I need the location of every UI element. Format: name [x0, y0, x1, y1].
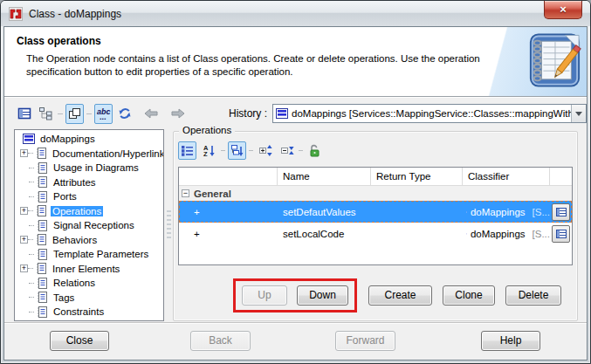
tree-item-label: Constraints: [52, 306, 106, 317]
name-cell: setLocalCode: [278, 223, 371, 244]
classifier-cell: doMappings [S...: [463, 223, 550, 244]
toolbar-separator: [58, 113, 63, 114]
tree-item-inner-elements[interactable]: + Inner Elements: [17, 262, 163, 277]
return-type-cell: [371, 223, 463, 244]
return-type-cell: [371, 201, 463, 223]
operations-panel: Operations: [173, 131, 578, 321]
tree-item-documentation[interactable]: + Documentation/Hyperlinks: [17, 147, 163, 161]
collapse-all-icon[interactable]: [278, 141, 296, 160]
svg-text:...: ...: [100, 113, 107, 120]
back-button[interactable]: Back: [190, 331, 251, 351]
specification-button[interactable]: [552, 225, 570, 243]
expander-icon[interactable]: +: [20, 149, 28, 157]
document-icon: [36, 277, 48, 290]
notebook-pencil-icon: [527, 31, 581, 90]
group-title: Operations: [179, 125, 235, 135]
history-label: History :: [229, 107, 267, 120]
class-icon: [466, 207, 467, 217]
visibility-cell: +: [179, 201, 278, 223]
dialog-window: Class - doMappings ×: [0, 0, 591, 364]
document-icon: [35, 262, 47, 275]
document-icon: [36, 219, 48, 232]
document-icon: [35, 147, 47, 160]
column-header-classifier: Classifier: [463, 168, 550, 186]
unlocked-icon[interactable]: [306, 141, 324, 160]
tree-item-behaviors[interactable]: + Behaviors: [17, 233, 163, 248]
containment-tree-icon[interactable]: [37, 104, 55, 124]
classifier-detail: [S...: [533, 229, 550, 239]
down-button[interactable]: Down: [297, 285, 348, 306]
close-button[interactable]: ×: [544, 1, 582, 19]
annotation-highlight: Up Down: [233, 278, 357, 312]
tree-item-tags[interactable]: Tags: [17, 291, 163, 306]
expander-icon[interactable]: +: [20, 207, 28, 215]
expand-all-icon[interactable]: [256, 141, 274, 160]
tree-item-template-parameters[interactable]: Template Parameters: [17, 247, 163, 262]
document-icon: [36, 291, 48, 304]
table-row[interactable]: + setDefautValues doMappings [S...: [179, 201, 572, 223]
columns-icon[interactable]: [178, 141, 196, 160]
expander-icon[interactable]: +: [20, 264, 28, 272]
help-button[interactable]: Help: [481, 331, 540, 351]
name-cell: setDefautValues: [278, 201, 371, 223]
duplicate-icon[interactable]: [65, 104, 84, 124]
history-combobox[interactable]: doMappings [Services::MappingService::Cl…: [272, 104, 587, 123]
tree-item-label: Ports: [52, 191, 79, 202]
collapse-group-icon[interactable]: −: [182, 189, 189, 197]
forward-arrow-icon[interactable]: [168, 104, 187, 124]
class-icon: [23, 134, 35, 144]
tree-item-attributes[interactable]: Attributes: [17, 175, 163, 190]
tree-item-constraints[interactable]: Constraints: [17, 305, 163, 319]
delete-button[interactable]: Delete: [505, 285, 561, 306]
history-value: doMappings [Services::MappingService::Cl…: [292, 108, 571, 119]
tree-item-label: Tags: [52, 292, 76, 303]
tree-item-label: Documentation/Hyperlinks: [51, 148, 164, 159]
table-group-row[interactable]: − General: [179, 186, 572, 201]
class-icon: [466, 229, 467, 239]
main-area: doMappings + Documentation/Hyperlinks Us…: [14, 129, 578, 321]
group-by-icon[interactable]: [228, 141, 246, 160]
svg-text:Z: Z: [203, 150, 208, 157]
tree-item-label: Behaviors: [51, 235, 99, 245]
properties-icon[interactable]: [15, 104, 33, 124]
tree-item-signal-receptions[interactable]: Signal Receptions: [17, 218, 163, 233]
close-dialog-button[interactable]: Close: [50, 331, 109, 351]
app-logo-icon: [9, 7, 23, 21]
classifier-cell: doMappings [S...: [463, 201, 550, 223]
classifier-detail: [S...: [533, 207, 550, 217]
specification-button[interactable]: [552, 203, 570, 221]
abc-icon[interactable]: abc ...: [94, 104, 113, 124]
forward-button[interactable]: Forward: [335, 331, 395, 351]
page-description: The Operation node contains a list of Cl…: [26, 52, 505, 79]
main-toolbar: abc ...: [4, 98, 587, 129]
expander-icon[interactable]: +: [20, 236, 28, 244]
create-button[interactable]: Create: [368, 285, 432, 306]
combobox-dropdown-button[interactable]: [571, 105, 586, 122]
column-header-modifier: [179, 168, 278, 186]
operations-toolbar: A Z: [178, 139, 577, 161]
tree-item-label: Usage in Diagrams: [52, 162, 141, 173]
panel-splitter[interactable]: [164, 129, 173, 321]
column-header-name: Name: [278, 168, 371, 186]
title-bar[interactable]: Class - doMappings ×: [1, 1, 590, 26]
tree-item-ports[interactable]: Ports: [17, 189, 163, 204]
back-arrow-icon[interactable]: [142, 104, 161, 124]
tree-item-usage-in-diagrams[interactable]: Usage in Diagrams: [17, 161, 163, 175]
refresh-icon[interactable]: [116, 104, 134, 124]
document-icon: [36, 175, 48, 189]
table-row[interactable]: + setLocalCode doMappings [S...: [179, 223, 572, 244]
clone-button[interactable]: Clone: [443, 285, 495, 306]
tree-item-relations[interactable]: Relations: [17, 276, 163, 291]
sort-alphabetic-icon[interactable]: A Z: [200, 141, 218, 160]
tree-item-label: Inner Elements: [51, 264, 121, 274]
tree-item-operations[interactable]: + Operations: [17, 204, 163, 219]
column-header-return-type: Return Type: [371, 168, 463, 186]
class-icon: [276, 108, 288, 119]
dialog-footer: Close Back Forward Help: [4, 322, 587, 360]
document-icon: [36, 161, 48, 175]
element-tree: doMappings + Documentation/Hyperlinks Us…: [14, 129, 164, 321]
operations-buttons: Up Down Create Clone Delete: [233, 278, 561, 312]
up-button[interactable]: Up: [242, 285, 287, 306]
tree-item-root[interactable]: doMappings: [17, 132, 163, 147]
document-icon: [36, 190, 48, 203]
